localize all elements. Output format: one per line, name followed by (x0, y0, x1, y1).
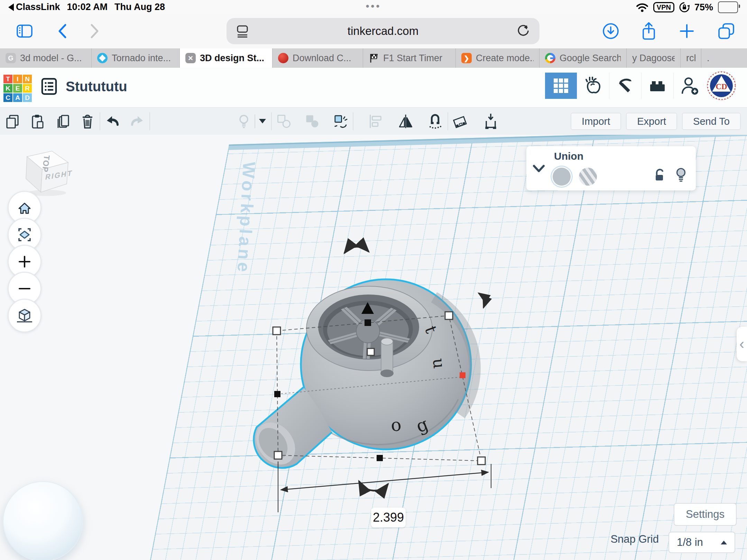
tab-rch[interactable]: rch (681, 48, 701, 68)
battery-percent-text: 75% (694, 2, 713, 13)
toolbar-divider (448, 112, 448, 130)
status-left: ClassLink 10:02 AM Thu Aug 28 (8, 2, 165, 12)
view-cube[interactable]: TOP RIGHT (26, 151, 73, 196)
tabs-icon (718, 22, 735, 40)
lightbulb-icon[interactable] (675, 168, 687, 182)
plus-icon (16, 253, 33, 270)
tab-overview-button[interactable] (715, 14, 737, 48)
snap-grid-select[interactable]: 1/8 in (668, 532, 735, 553)
solid-material-swatch[interactable] (553, 168, 571, 186)
page-format-icon[interactable] (236, 18, 249, 44)
tab-google-search[interactable]: Google Search (540, 48, 627, 68)
workplane-tool-button[interactable] (452, 113, 468, 129)
blocks-view-button[interactable] (545, 73, 577, 99)
multitask-handle[interactable]: ••• (360, 1, 387, 12)
undo-button[interactable] (104, 113, 120, 129)
battery-icon (718, 1, 738, 13)
chevron-down-icon (532, 164, 546, 173)
toolbar-divider (149, 112, 150, 130)
magnet-snap-button[interactable] (427, 113, 443, 129)
tinkercad-ipad-screen: ClassLink 10:02 AM Thu Aug 28 ••• VPN 75… (0, 0, 747, 560)
sidebar-toggle-button[interactable] (16, 14, 33, 48)
send-to-button[interactable]: Send To (682, 113, 741, 130)
clock-text: 10:02 AM (67, 2, 108, 12)
back-button[interactable] (55, 14, 70, 48)
toolbar-divider (271, 112, 272, 130)
tinkercad-logo[interactable]: TIN KER CAD (3, 75, 32, 102)
minus-icon (16, 280, 33, 297)
minecraft-export-button[interactable] (609, 73, 641, 99)
share-button[interactable] (639, 14, 658, 48)
date-text: Thu Aug 28 (114, 2, 165, 12)
collapse-panel-button[interactable] (532, 164, 546, 175)
new-tab-button[interactable] (677, 14, 697, 48)
mirror-button[interactable] (398, 113, 414, 129)
view-cube-top-label: TOP (40, 155, 52, 173)
duplicate-button[interactable] (55, 113, 71, 129)
workplane-grid[interactable] (123, 135, 747, 560)
status-bar: ClassLink 10:02 AM Thu Aug 28 ••• VPN 75… (0, 0, 747, 14)
export-button[interactable]: Export (626, 113, 677, 130)
ungroup-all-button[interactable] (333, 113, 349, 129)
reload-icon (517, 25, 530, 38)
tab-strip: G 3d model - G... Tornado inte... ✕ 3D d… (0, 48, 747, 68)
design-title[interactable]: Stutututu (66, 79, 127, 94)
tab-tornado[interactable]: Tornado inte... (92, 48, 180, 68)
viewport-3d[interactable]: Workplane (0, 135, 747, 560)
red-globe-favicon (278, 53, 288, 63)
split-divider (255, 114, 255, 128)
right-panel-expander[interactable]: ‹ (737, 327, 747, 361)
tab-dagoose[interactable]: y Dagoose... (627, 48, 681, 68)
back-to-app-link[interactable]: ClassLink (8, 2, 60, 12)
perspective-toggle-button[interactable] (8, 299, 42, 333)
reload-button[interactable] (517, 18, 530, 44)
tab-f1-timer[interactable]: F1 Start Timer (363, 48, 456, 68)
tab-download[interactable]: Download C... (273, 48, 363, 68)
vpn-badge: VPN (653, 2, 674, 12)
unlock-icon[interactable] (654, 168, 666, 182)
forward-button[interactable] (87, 14, 102, 48)
tinkercad-header: TIN KER CAD Stutututu (0, 68, 747, 107)
align-button[interactable] (368, 113, 384, 129)
account-avatar[interactable]: CD (706, 73, 737, 99)
caret-up-icon (721, 541, 727, 544)
material-color-button[interactable] (236, 113, 252, 129)
fit-view-icon (16, 226, 33, 243)
wifi-icon (636, 2, 648, 12)
paste-button[interactable] (30, 113, 46, 129)
list-properties-icon (41, 77, 57, 95)
downloads-icon (602, 22, 619, 40)
tab-dot[interactable]: . (701, 48, 747, 68)
forward-chevron-icon (90, 24, 99, 39)
svg-text:CD: CD (716, 82, 727, 91)
downloads-button[interactable] (601, 14, 620, 48)
delete-button[interactable] (80, 113, 95, 129)
redo-button[interactable] (129, 113, 145, 129)
ungroup-button[interactable] (304, 113, 320, 129)
copy-button[interactable] (5, 113, 21, 129)
address-text: tinkercad.com (348, 25, 418, 38)
orbit-joystick[interactable] (3, 481, 83, 560)
address-bar[interactable]: tinkercad.com (227, 18, 540, 44)
share-collaborate-button[interactable] (673, 73, 706, 99)
tab-3d-model[interactable]: G 3d model - G... (0, 48, 92, 68)
dimension-input[interactable]: 2.399 (371, 507, 406, 528)
rotation-lock-icon (679, 2, 690, 12)
letter-g-favicon: G (6, 53, 16, 63)
perspective-cube-icon (16, 307, 33, 324)
design-properties-button[interactable] (41, 77, 57, 97)
hole-material-swatch[interactable] (579, 168, 597, 186)
pickaxe-icon (616, 77, 634, 95)
sidebar-icon (16, 24, 33, 38)
tab-3d-design-active[interactable]: ✕ 3D design St... (180, 48, 273, 68)
tab-create-mode[interactable]: ❯ Create mode... (456, 48, 540, 68)
group-button[interactable] (276, 113, 292, 129)
brick-export-button[interactable] (641, 73, 673, 99)
sim-lab-button[interactable] (577, 73, 609, 99)
import-button[interactable]: Import (571, 113, 621, 130)
settings-button[interactable]: Settings (674, 503, 737, 526)
civil-defense-logo: CD (707, 71, 736, 101)
color-dropdown-button[interactable] (258, 113, 267, 129)
shape-name-label: Union (554, 150, 583, 162)
ruler-tool-button[interactable] (483, 113, 499, 129)
